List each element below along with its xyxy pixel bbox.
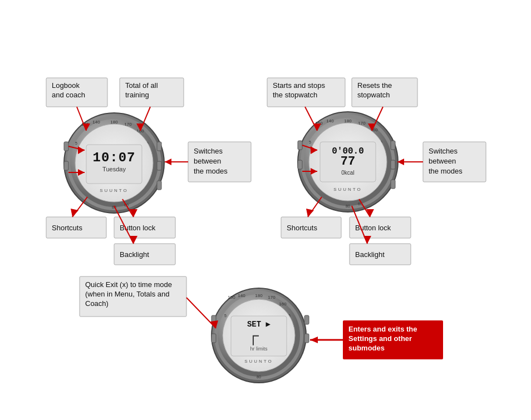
svg-text:SET ▶: SET ▶ — [247, 320, 271, 329]
svg-rect-41 — [298, 160, 302, 169]
svg-text:170: 170 — [124, 122, 132, 127]
svg-rect-73 — [114, 217, 175, 238]
svg-text:Backlight: Backlight — [355, 250, 385, 259]
svg-text:10:07: 10:07 — [92, 150, 135, 165]
svg-rect-97 — [80, 276, 186, 317]
svg-rect-35 — [320, 142, 376, 182]
svg-line-117 — [68, 146, 85, 150]
svg-text:the modes: the modes — [429, 167, 463, 175]
svg-rect-77 — [188, 142, 251, 182]
svg-text:60: 60 — [358, 202, 362, 206]
svg-rect-40 — [298, 141, 302, 150]
svg-text:160: 160 — [370, 127, 378, 132]
svg-text:150: 150 — [81, 122, 89, 127]
svg-text:Switches: Switches — [429, 147, 458, 155]
svg-text:SUUNTO: SUUNTO — [244, 359, 273, 364]
svg-text:150: 150 — [228, 295, 235, 300]
svg-rect-71 — [46, 217, 106, 238]
svg-text:5: 5 — [380, 162, 382, 166]
svg-rect-61 — [212, 315, 216, 324]
svg-text:0'00.0: 0'00.0 — [332, 146, 364, 156]
svg-marker-116 — [130, 236, 137, 244]
svg-rect-56 — [231, 316, 287, 356]
svg-text:(when in Menu, Totals and: (when in Menu, Totals and — [85, 290, 170, 298]
svg-text:160: 160 — [136, 129, 144, 134]
svg-text:150: 150 — [315, 121, 323, 126]
svg-point-22 — [298, 112, 398, 212]
svg-rect-89 — [350, 217, 411, 238]
svg-text:Resets the: Resets the — [357, 81, 392, 90]
svg-line-115 — [114, 206, 134, 244]
svg-text:the stopwatch: the stopwatch — [273, 91, 317, 99]
svg-marker-112 — [71, 209, 78, 217]
svg-text:80: 80 — [257, 375, 261, 379]
svg-marker-118 — [78, 146, 85, 154]
svg-marker-136 — [311, 168, 317, 175]
svg-text:┌: ┌ — [248, 327, 259, 345]
svg-rect-87 — [281, 217, 341, 238]
svg-text:Starts and stops: Starts and stops — [273, 81, 325, 90]
svg-rect-19 — [157, 142, 161, 151]
svg-marker-106 — [82, 123, 90, 131]
svg-rect-43 — [391, 160, 395, 169]
svg-rect-91 — [350, 244, 411, 265]
svg-text:170: 170 — [358, 121, 366, 126]
svg-text:Quick Exit (x) to time mode: Quick Exit (x) to time mode — [85, 280, 172, 289]
svg-rect-84 — [352, 78, 417, 107]
svg-text:Button lock: Button lock — [120, 224, 156, 232]
svg-text:Switches: Switches — [194, 147, 223, 155]
svg-text:5: 5 — [146, 164, 149, 167]
svg-rect-68 — [120, 78, 184, 107]
svg-rect-18 — [64, 161, 68, 170]
svg-text:0kcal: 0kcal — [341, 170, 354, 176]
svg-point-55 — [223, 299, 295, 372]
svg-point-46 — [216, 293, 302, 378]
svg-text:Backlight: Backlight — [120, 250, 149, 259]
svg-text:80: 80 — [346, 204, 350, 208]
svg-rect-20 — [157, 161, 161, 170]
svg-line-137 — [186, 298, 216, 328]
svg-text:SUUNTO: SUUNTO — [333, 187, 362, 192]
svg-line-127 — [308, 197, 322, 217]
svg-rect-21 — [157, 181, 161, 190]
svg-text:170: 170 — [268, 295, 276, 300]
svg-text:140: 140 — [326, 118, 334, 123]
svg-text:Tuesday: Tuesday — [102, 166, 126, 172]
svg-text:stopwatch: stopwatch — [357, 91, 390, 99]
svg-text:the modes: the modes — [194, 167, 228, 175]
svg-text:Button lock: Button lock — [355, 224, 391, 232]
svg-point-12 — [75, 124, 153, 202]
svg-point-23 — [302, 116, 394, 207]
svg-text:5: 5 — [224, 314, 227, 318]
svg-text:training: training — [125, 91, 149, 99]
svg-rect-62 — [212, 334, 216, 343]
svg-marker-124 — [368, 123, 376, 131]
svg-text:5: 5 — [75, 141, 77, 145]
svg-text:5: 5 — [380, 140, 382, 144]
svg-line-121 — [305, 107, 317, 131]
svg-marker-140 — [310, 337, 318, 343]
svg-marker-126 — [397, 159, 404, 165]
svg-point-45 — [212, 288, 306, 383]
svg-rect-65 — [46, 78, 107, 107]
svg-rect-93 — [423, 142, 486, 182]
svg-text:180: 180 — [255, 293, 263, 298]
svg-text:and coach: and coach — [52, 91, 85, 99]
svg-rect-63 — [304, 315, 309, 324]
svg-text:Shortcuts: Shortcuts — [52, 224, 82, 232]
svg-line-129 — [359, 199, 370, 217]
svg-text:60: 60 — [124, 203, 129, 207]
svg-text:submodes: submodes — [348, 344, 385, 352]
svg-text:140: 140 — [92, 120, 100, 125]
svg-text:5: 5 — [288, 314, 291, 318]
svg-marker-114 — [130, 209, 137, 217]
svg-text:Settings and other: Settings and other — [348, 334, 412, 343]
svg-text:Total of all: Total of all — [125, 81, 158, 90]
svg-rect-64 — [304, 334, 309, 343]
svg-marker-120 — [78, 169, 85, 176]
svg-rect-42 — [391, 141, 395, 150]
svg-rect-81 — [267, 78, 345, 107]
svg-text:Shortcuts: Shortcuts — [287, 224, 317, 232]
svg-rect-13 — [86, 145, 142, 184]
svg-text:Coach): Coach) — [85, 299, 109, 308]
